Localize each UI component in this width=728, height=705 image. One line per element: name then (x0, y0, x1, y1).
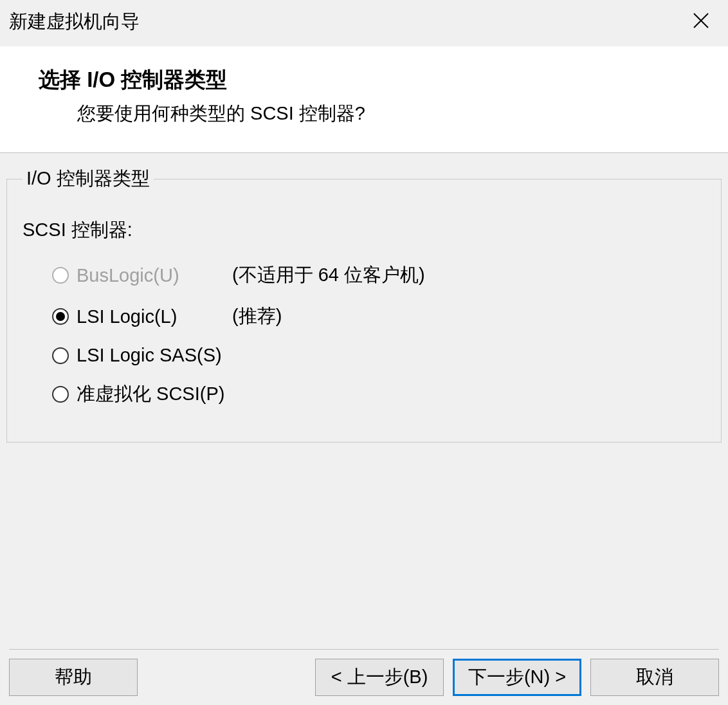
help-button[interactable]: 帮助 (9, 659, 138, 696)
page-header: 选择 I/O 控制器类型 您要使用何种类型的 SCSI 控制器? (0, 46, 728, 153)
radio-label: 准虚拟化 SCSI(P) (77, 381, 224, 407)
page-title: 选择 I/O 控制器类型 (39, 66, 715, 95)
io-controller-group: I/O 控制器类型 SCSI 控制器: BusLogic(U) (不适用于 64… (6, 166, 722, 443)
titlebar: 新建虚拟机向导 (0, 0, 728, 40)
radio-icon[interactable] (52, 386, 69, 403)
back-button[interactable]: < 上一步(B) (315, 659, 444, 696)
scsi-controller-label: SCSI 控制器: (23, 217, 708, 243)
close-icon[interactable] (687, 12, 715, 33)
radio-icon (52, 267, 69, 284)
radio-note: (推荐) (232, 304, 282, 329)
radio-option-buslogic: BusLogic(U) (不适用于 64 位客户机) (52, 262, 708, 288)
radio-icon[interactable] (52, 347, 69, 364)
radio-option-lsi-logic[interactable]: LSI Logic(L) (推荐) (52, 304, 708, 329)
footer: 帮助 < 上一步(B) 下一步(N) > 取消 (9, 649, 719, 696)
next-button[interactable]: 下一步(N) > (453, 659, 581, 696)
radio-label: LSI Logic SAS(S) (77, 345, 222, 366)
radio-label: BusLogic(U) (77, 265, 218, 286)
radio-icon[interactable] (52, 308, 69, 325)
radio-option-lsi-logic-sas[interactable]: LSI Logic SAS(S) (52, 345, 708, 366)
page-subtitle: 您要使用何种类型的 SCSI 控制器? (77, 101, 715, 127)
content-area: I/O 控制器类型 SCSI 控制器: BusLogic(U) (不适用于 64… (0, 153, 728, 449)
radio-label: LSI Logic(L) (77, 306, 218, 327)
radio-note: (不适用于 64 位客户机) (232, 262, 425, 288)
window-title: 新建虚拟机向导 (9, 9, 140, 35)
group-legend: I/O 控制器类型 (23, 166, 154, 192)
cancel-button[interactable]: 取消 (590, 659, 719, 696)
radio-option-paravirtual-scsi[interactable]: 准虚拟化 SCSI(P) (52, 381, 708, 407)
